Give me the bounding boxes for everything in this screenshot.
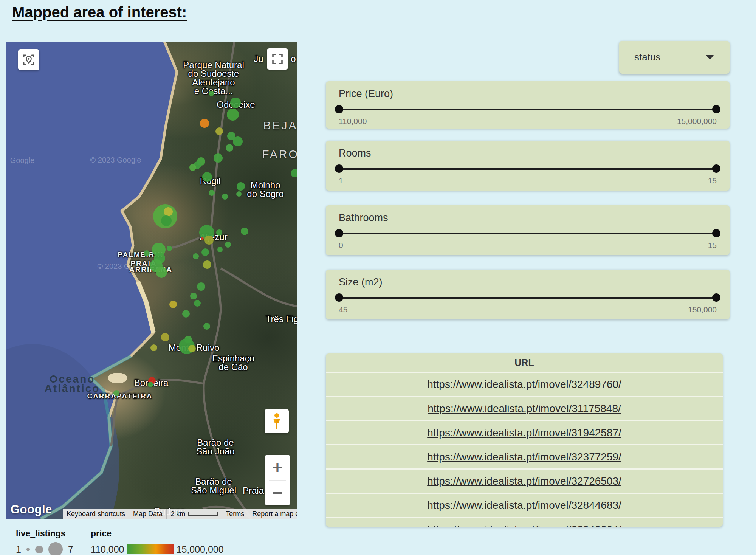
slider-min-value: 1 — [339, 176, 343, 185]
slider-label: Bathrooms — [339, 212, 388, 224]
slider-handle-max[interactable] — [712, 229, 720, 237]
map-label-parque-natural: Parque Naturaldo SudoesteAlentejanoe Cos… — [183, 60, 244, 95]
slider-track[interactable] — [339, 297, 717, 299]
listing-dot[interactable] — [222, 194, 228, 200]
slider-label: Rooms — [339, 147, 371, 159]
slider-track[interactable] — [339, 233, 717, 234]
listing-dot[interactable] — [227, 109, 239, 121]
listing-dot[interactable] — [148, 382, 153, 387]
keyboard-shortcuts-button[interactable]: Keyboard shortcuts — [63, 509, 129, 519]
listing-dot[interactable] — [169, 301, 177, 308]
listing-dot[interactable] — [200, 119, 209, 128]
listing-dot[interactable] — [201, 248, 209, 256]
slider-track[interactable] — [339, 168, 717, 170]
map-label-faro: FARO — [262, 148, 297, 161]
slider-label: Size (m2) — [339, 276, 383, 288]
listing-dot[interactable] — [233, 136, 243, 146]
map-label-beja: BEJA — [263, 119, 297, 132]
listing-dot[interactable] — [203, 260, 211, 269]
listing-dot[interactable] — [202, 172, 212, 182]
listing-dot[interactable] — [225, 242, 231, 248]
scale-control[interactable]: 2 km — [166, 509, 222, 519]
slider-handle-min[interactable] — [335, 293, 343, 302]
listing-dot[interactable] — [209, 91, 214, 96]
status-dropdown[interactable]: status — [619, 41, 730, 74]
map-canvas[interactable]: Google© 2023 Google© 2023 Google Parque … — [6, 42, 297, 519]
listing-dot[interactable] — [197, 282, 205, 291]
listing-dot[interactable] — [190, 293, 197, 299]
size-dot-small — [26, 548, 30, 551]
listing-dot[interactable] — [193, 253, 199, 259]
listing-dot[interactable] — [214, 153, 223, 163]
listing-link[interactable]: https://www.idealista.pt/imovel/31942587… — [427, 427, 621, 439]
listing-link[interactable]: https://www.idealista.pt/imovel/32377259… — [427, 451, 621, 463]
size-legend-title: live_listings — [16, 529, 66, 539]
listing-dot[interactable] — [241, 228, 248, 235]
slider-handle-max[interactable] — [712, 105, 720, 113]
listing-dot[interactable] — [215, 127, 223, 135]
listing-dot[interactable] — [167, 246, 172, 251]
pegman-button[interactable] — [265, 409, 289, 433]
listing-dot[interactable] — [201, 237, 204, 240]
map-label-tres-figo: Três Figo — [266, 315, 297, 323]
area-select-icon — [22, 53, 35, 66]
listing-link[interactable]: https://www.idealista.pt/imovel/32844683… — [427, 499, 621, 512]
listing-dot[interactable] — [203, 323, 210, 330]
slider-min-value: 45 — [339, 305, 347, 314]
filter-panel: Price (Euro)110,00015,000,000 — [326, 81, 730, 129]
listing-dot[interactable] — [164, 207, 173, 216]
size-dot-medium — [35, 546, 43, 553]
terms-link[interactable]: Terms — [222, 509, 248, 519]
map-watermark: © 2023 Google — [90, 156, 141, 164]
slider-handle-max[interactable] — [712, 164, 720, 173]
price-legend-row: 110,000 15,000,000 — [91, 542, 224, 555]
listing-dot[interactable] — [216, 229, 222, 236]
map-label-barao-sao-miguel: Barão deSão Miguel — [191, 477, 236, 495]
table-row: https://www.idealista.pt/imovel/32726503… — [326, 468, 723, 493]
url-table-rows: https://www.idealista.pt/imovel/32489760… — [326, 372, 723, 527]
listing-dot[interactable] — [194, 300, 201, 307]
listing-link[interactable]: https://www.idealista.pt/imovel/32726503… — [427, 475, 621, 487]
area-select-button[interactable] — [18, 49, 39, 70]
listing-dot[interactable] — [156, 267, 167, 278]
report-map-error-link[interactable]: Report a map error — [248, 509, 297, 519]
slider-handle-min[interactable] — [335, 105, 343, 113]
price-legend-title: price — [91, 529, 112, 539]
listing-link[interactable]: https://www.idealista.pt/imovel/32049204… — [427, 524, 621, 527]
listing-dot[interactable] — [161, 333, 169, 341]
listing-dot[interactable] — [237, 182, 245, 191]
table-row: https://www.idealista.pt/imovel/32049204… — [326, 517, 723, 527]
slider-handle-min[interactable] — [335, 229, 343, 237]
listing-dot[interactable] — [189, 164, 196, 171]
listing-dot[interactable] — [182, 310, 190, 318]
zoom-out-button[interactable]: − — [265, 481, 290, 505]
listing-dot[interactable] — [226, 144, 233, 152]
listing-dot[interactable] — [188, 345, 196, 352]
listing-dot[interactable] — [150, 344, 157, 351]
listing-link[interactable]: https://www.idealista.pt/imovel/31175848… — [428, 403, 621, 415]
listing-dot[interactable] — [230, 98, 241, 108]
status-dropdown-label: status — [634, 51, 660, 63]
listing-dot[interactable] — [161, 215, 172, 226]
listing-dot[interactable] — [291, 169, 297, 177]
google-logo[interactable]: Google — [11, 503, 52, 516]
price-legend-max: 15,000,000 — [177, 544, 224, 555]
listing-dot[interactable] — [236, 191, 242, 197]
fullscreen-button[interactable] — [267, 48, 288, 70]
slider-track[interactable] — [339, 109, 717, 110]
listing-dot[interactable] — [217, 247, 223, 252]
listing-dot[interactable] — [204, 236, 214, 245]
slider-handle-max[interactable] — [712, 293, 720, 302]
map-label-barao-sao-joao: Barão deSão João — [196, 438, 234, 456]
map-data-label[interactable]: Map Data — [129, 509, 166, 519]
zoom-in-button[interactable]: + — [265, 455, 290, 480]
table-row: https://www.idealista.pt/imovel/32489760… — [326, 372, 723, 396]
map-label-moinho-do-sogro: Moinhodo Sogro — [247, 181, 284, 198]
slider-handle-min[interactable] — [335, 164, 343, 173]
listing-dot[interactable] — [209, 190, 215, 196]
listing-dot[interactable] — [144, 250, 150, 256]
listing-dot[interactable] — [113, 390, 119, 396]
scale-bar-icon — [188, 512, 218, 516]
listing-link[interactable]: https://www.idealista.pt/imovel/32489760… — [427, 378, 621, 391]
table-row: https://www.idealista.pt/imovel/31175848… — [326, 396, 723, 420]
